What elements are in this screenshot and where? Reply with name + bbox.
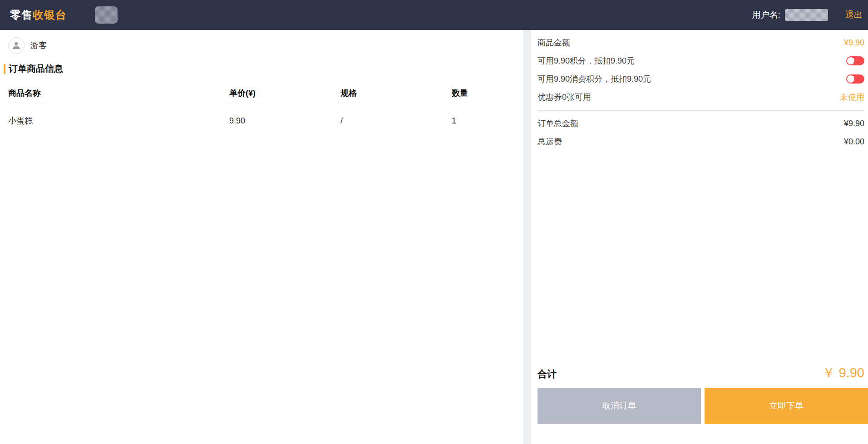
- customer-name: 游客: [30, 40, 47, 51]
- username-label: 用户名:: [752, 9, 780, 21]
- section-title: 订单商品信息: [4, 63, 523, 75]
- table-row: 小蛋糕 9.90 / 1: [8, 105, 518, 126]
- order-total-label: 订单总金额: [538, 118, 578, 129]
- logout-link[interactable]: 退出: [845, 9, 863, 21]
- cell-spec: /: [340, 116, 452, 126]
- app-title-suffix: 收银台: [33, 9, 67, 21]
- consume-points-row: 可用9.90消费积分，抵扣9.90元: [538, 70, 864, 88]
- app-title: 零售收银台: [10, 8, 67, 22]
- points-label: 可用9.90积分，抵扣9.90元: [538, 55, 635, 66]
- avatar: [8, 37, 25, 54]
- shipping-fee-value: ¥0.00: [844, 137, 864, 147]
- order-total-value: ¥9.90: [844, 119, 864, 128]
- goods-amount-value: ¥9.90: [844, 38, 864, 48]
- submit-order-button[interactable]: 立即下单: [705, 388, 868, 424]
- section-divider: [538, 110, 864, 111]
- toggle-knob: [847, 75, 854, 83]
- topbar-right: 用户名: 退出: [752, 9, 863, 21]
- goods-table: 商品名称 单价(¥) 规格 数量 小蛋糕 9.90 / 1: [8, 88, 518, 126]
- col-product-name: 商品名称: [8, 88, 229, 99]
- summary-row: 合计 ￥ 9.90: [538, 364, 864, 382]
- shipping-fee-row: 总运费 ¥0.00: [538, 133, 864, 151]
- customer-row: 游客: [8, 37, 523, 54]
- points-toggle[interactable]: [846, 56, 864, 65]
- points-row: 可用9.90积分，抵扣9.90元: [538, 52, 864, 70]
- goods-table-header: 商品名称 单价(¥) 规格 数量: [8, 88, 518, 105]
- order-panel: 游客 订单商品信息 商品名称 单价(¥) 规格 数量 小蛋糕 9.90 / 1: [0, 30, 523, 444]
- order-total-row: 订单总金额 ¥9.90: [538, 114, 864, 133]
- coupon-status[interactable]: 未使用: [840, 92, 864, 103]
- action-buttons: 取消订单 立即下单: [538, 388, 868, 424]
- section-title-bar: [4, 64, 5, 74]
- app-title-prefix: 零售: [10, 9, 33, 21]
- col-unit-price: 单价(¥): [229, 88, 340, 99]
- cell-unit-price: 9.90: [229, 116, 340, 126]
- shipping-fee-label: 总运费: [538, 136, 562, 147]
- section-title-text: 订单商品信息: [9, 63, 63, 75]
- consume-points-toggle[interactable]: [846, 74, 864, 84]
- grand-total-label: 合计: [538, 368, 557, 380]
- main-area: 游客 订单商品信息 商品名称 单价(¥) 规格 数量 小蛋糕 9.90 / 1: [0, 30, 868, 444]
- goods-amount-row: 商品金额 ¥9.90: [538, 34, 864, 52]
- panel-divider: [523, 30, 531, 444]
- cancel-order-button[interactable]: 取消订单: [538, 388, 701, 424]
- top-bar: 零售收银台 用户名: 退出: [0, 0, 868, 30]
- grand-total-value: ￥ 9.90: [822, 364, 865, 382]
- col-quantity: 数量: [452, 88, 518, 99]
- cell-quantity: 1: [452, 116, 518, 126]
- consume-points-label: 可用9.90消费积分，抵扣9.90元: [538, 74, 651, 84]
- toggle-knob: [847, 57, 854, 64]
- blurred-logo: [95, 6, 118, 24]
- coupon-label: 优惠券0张可用: [538, 92, 591, 103]
- col-spec: 规格: [340, 88, 452, 99]
- blurred-username: [785, 9, 828, 21]
- cell-product-name: 小蛋糕: [8, 115, 229, 126]
- goods-amount-label: 商品金额: [538, 37, 570, 48]
- pos-app: 零售收银台 用户名: 退出 游客 订单商品信息: [0, 0, 868, 444]
- person-icon: [11, 40, 21, 50]
- coupon-row[interactable]: 优惠券0张可用 未使用: [538, 88, 864, 106]
- checkout-panel: 商品金额 ¥9.90 可用9.90积分，抵扣9.90元 可用9.90消费积分，抵…: [531, 30, 868, 444]
- checkout-bottom: 合计 ￥ 9.90 取消订单 立即下单: [538, 364, 864, 424]
